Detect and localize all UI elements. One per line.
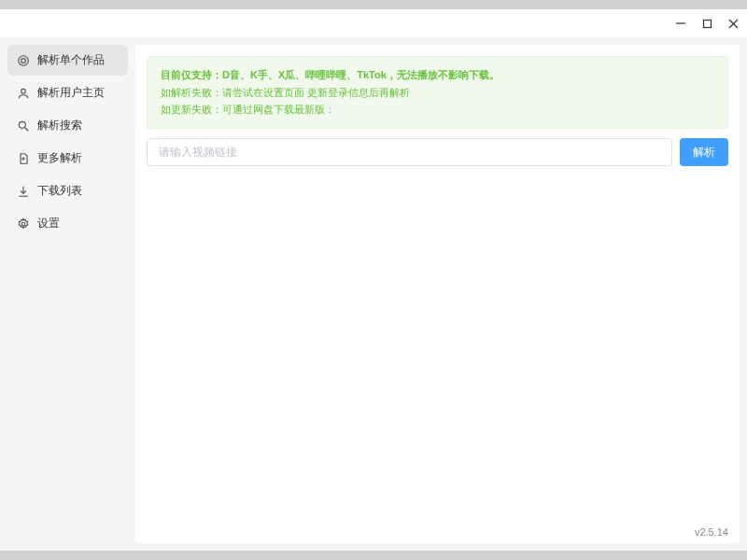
sidebar-item-label: 下载列表 (37, 183, 82, 199)
titlebar (0, 9, 747, 37)
sidebar-item-label: 设置 (37, 216, 60, 231)
parse-button[interactable]: 解析 (680, 138, 728, 166)
sidebar-item-parse-single[interactable]: 解析单个作品 (7, 45, 128, 76)
video-url-input[interactable] (147, 138, 672, 166)
maximize-button[interactable] (700, 17, 713, 30)
svg-rect-1 (703, 20, 711, 27)
sidebar-item-label: 更多解析 (37, 150, 82, 166)
sidebar-item-parse-user[interactable]: 解析用户主页 (7, 77, 128, 108)
input-row: 解析 (147, 138, 728, 166)
sidebar-item-more-parse[interactable]: 更多解析 (7, 143, 128, 174)
sidebar-item-downloads[interactable]: 下载列表 (7, 175, 128, 206)
svg-point-5 (21, 58, 26, 63)
sidebar-item-label: 解析用户主页 (37, 85, 105, 101)
notice-line-1: 目前仅支持：D音、K手、X瓜、哔哩哔哩、TkTok，无法播放不影响下载。 (161, 66, 714, 84)
svg-line-8 (25, 127, 29, 131)
close-button[interactable] (726, 17, 740, 30)
sidebar-item-settings[interactable]: 设置 (7, 208, 128, 239)
svg-point-6 (21, 89, 26, 93)
sidebar: 解析单个作品 解析用户主页 解析搜索 更多解析 (0, 37, 135, 551)
sidebar-item-label: 解析搜索 (37, 118, 82, 133)
user-icon (17, 87, 30, 100)
svg-point-7 (19, 121, 25, 128)
version-label: v2.5.14 (695, 526, 728, 538)
main-panel: 目前仅支持：D音、K手、X瓜、哔哩哔哩、TkTok，无法播放不影响下载。 如解析… (135, 45, 740, 543)
sidebar-item-label: 解析单个作品 (37, 52, 105, 68)
gear-icon (17, 217, 30, 231)
svg-point-4 (19, 55, 29, 65)
minimize-button[interactable] (674, 17, 687, 30)
svg-point-11 (21, 222, 25, 226)
app-window: 解析单个作品 解析用户主页 解析搜索 更多解析 (0, 9, 747, 551)
sidebar-item-parse-search[interactable]: 解析搜索 (7, 110, 128, 141)
notice-line-3: 如更新失败：可通过网盘下载最新版： (161, 101, 714, 119)
document-icon (17, 152, 30, 165)
notice-box: 目前仅支持：D音、K手、X瓜、哔哩哔哩、TkTok，无法播放不影响下载。 如解析… (147, 56, 728, 129)
download-icon (17, 185, 30, 198)
notice-line-2: 如解析失败：请尝试在设置页面 更新登录信息后再解析 (161, 84, 714, 102)
body-area: 解析单个作品 解析用户主页 解析搜索 更多解析 (0, 37, 747, 551)
target-icon (17, 54, 30, 67)
search-icon (17, 119, 30, 133)
